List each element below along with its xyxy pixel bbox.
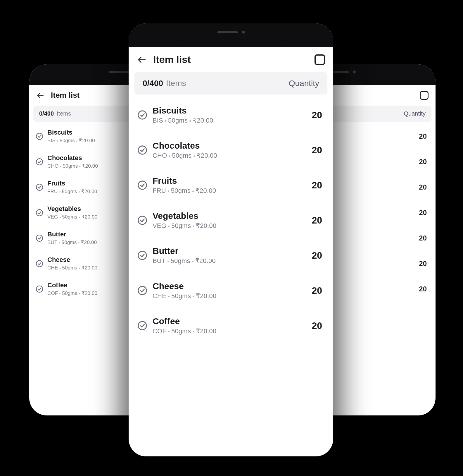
item-quantity: 20 bbox=[419, 158, 429, 166]
item-price: ₹20.00 bbox=[82, 214, 98, 220]
check-circle-icon[interactable] bbox=[36, 209, 43, 216]
item-weight: 50gms bbox=[62, 291, 77, 296]
separator-dot-icon bbox=[60, 217, 61, 218]
item-quantity: 20 bbox=[312, 285, 324, 296]
item-weight: 50gms bbox=[171, 292, 191, 300]
separator-dot-icon bbox=[79, 217, 80, 218]
quantity-header: Quantity bbox=[404, 110, 426, 117]
item-price: ₹20.00 bbox=[196, 327, 216, 335]
check-circle-icon[interactable] bbox=[137, 286, 147, 295]
item-quantity: 20 bbox=[312, 145, 324, 156]
page-title: Item list bbox=[51, 91, 80, 100]
select-all-checkbox[interactable] bbox=[315, 54, 325, 65]
list-item[interactable]: CoffeeCOF50gms₹20.0020 bbox=[134, 308, 327, 343]
status-bar bbox=[129, 23, 333, 47]
svg-point-5 bbox=[36, 235, 43, 241]
item-code: COF bbox=[47, 291, 58, 296]
separator-dot-icon bbox=[79, 166, 80, 167]
item-quantity: 20 bbox=[419, 234, 429, 242]
separator-dot-icon bbox=[165, 120, 166, 122]
item-quantity: 20 bbox=[419, 285, 429, 293]
list-item[interactable]: VegetablesVEG50gms₹20.0020 bbox=[134, 203, 327, 238]
item-code: FRU bbox=[47, 189, 58, 194]
back-button[interactable] bbox=[137, 55, 147, 65]
check-circle-icon[interactable] bbox=[137, 215, 147, 225]
separator-dot-icon bbox=[59, 293, 61, 294]
item-meta: COF50gms₹20.00 bbox=[153, 327, 306, 335]
item-weight: 50gms bbox=[62, 189, 77, 194]
item-weight: 50gms bbox=[171, 187, 191, 194]
item-meta: VEG50gms₹20.00 bbox=[153, 222, 306, 230]
list-item[interactable]: BiscuitsBIS50gms₹20.0020 bbox=[134, 97, 327, 133]
separator-dot-icon bbox=[193, 226, 194, 227]
item-price: ₹20.00 bbox=[82, 163, 98, 169]
svg-point-18 bbox=[138, 146, 146, 154]
item-price: ₹20.00 bbox=[193, 117, 213, 124]
separator-dot-icon bbox=[59, 242, 60, 243]
select-all-checkbox[interactable] bbox=[420, 91, 429, 100]
check-circle-icon[interactable] bbox=[36, 133, 43, 140]
svg-point-1 bbox=[36, 133, 43, 140]
item-price: ₹20.00 bbox=[197, 152, 217, 159]
phone-mockup-center: Item list 0/400 Items Quantity BiscuitsB… bbox=[129, 23, 333, 456]
svg-point-4 bbox=[36, 209, 43, 216]
item-name: Fruits bbox=[153, 176, 306, 186]
svg-point-3 bbox=[36, 184, 43, 190]
check-circle-icon[interactable] bbox=[137, 180, 147, 190]
check-circle-icon[interactable] bbox=[36, 260, 43, 267]
item-name: Butter bbox=[153, 246, 306, 256]
separator-dot-icon bbox=[168, 190, 169, 192]
item-quantity: 20 bbox=[312, 110, 324, 121]
check-circle-icon[interactable] bbox=[137, 145, 147, 155]
app-header: Item list bbox=[129, 47, 333, 72]
item-meta: FRU50gms₹20.00 bbox=[153, 187, 306, 195]
item-count: 0/400 bbox=[39, 110, 54, 117]
list-item[interactable]: FruitsFRU50gms₹20.0020 bbox=[134, 168, 327, 203]
item-code: CHE bbox=[47, 265, 58, 271]
svg-point-19 bbox=[138, 181, 146, 189]
items-label: Items bbox=[57, 110, 71, 117]
item-name: Vegetables bbox=[153, 211, 306, 221]
check-circle-icon[interactable] bbox=[36, 234, 43, 242]
check-circle-icon[interactable] bbox=[137, 321, 147, 331]
item-price: ₹20.00 bbox=[196, 187, 216, 194]
item-weight: 50gms bbox=[62, 265, 77, 271]
separator-dot-icon bbox=[79, 293, 80, 294]
items-label: Items bbox=[166, 79, 186, 88]
item-meta: CHO50gms₹20.00 bbox=[153, 152, 306, 159]
item-weight: 50gms bbox=[62, 240, 77, 245]
check-circle-icon[interactable] bbox=[137, 250, 147, 260]
separator-dot-icon bbox=[168, 296, 170, 297]
item-info: ChocolatesCHO50gms₹20.00 bbox=[153, 141, 306, 159]
separator-dot-icon bbox=[168, 331, 170, 332]
check-circle-icon[interactable] bbox=[36, 158, 43, 166]
item-price: ₹20.00 bbox=[196, 292, 216, 300]
svg-point-21 bbox=[138, 251, 146, 260]
item-code: BUT bbox=[47, 240, 58, 245]
item-count: 0/400 bbox=[143, 79, 163, 88]
item-quantity: 20 bbox=[312, 250, 324, 261]
item-price: ₹20.00 bbox=[82, 265, 98, 271]
check-circle-icon[interactable] bbox=[137, 110, 147, 120]
item-price: ₹20.00 bbox=[81, 240, 97, 245]
list-item[interactable]: CheeseCHE50gms₹20.0020 bbox=[134, 273, 327, 308]
item-quantity: 20 bbox=[312, 320, 324, 331]
check-circle-icon[interactable] bbox=[36, 183, 43, 191]
item-code: CHE bbox=[153, 292, 166, 300]
item-meta: BUT50gms₹20.00 bbox=[153, 257, 306, 265]
item-weight: 50gms bbox=[172, 152, 192, 159]
separator-dot-icon bbox=[189, 120, 191, 122]
separator-dot-icon bbox=[193, 331, 194, 332]
item-code: CHO bbox=[47, 163, 58, 169]
item-meta: BIS50gms₹20.00 bbox=[153, 117, 306, 124]
separator-dot-icon bbox=[76, 140, 77, 142]
check-circle-icon[interactable] bbox=[36, 285, 43, 293]
list-item[interactable]: ChocolatesCHO50gms₹20.0020 bbox=[134, 133, 327, 168]
separator-dot-icon bbox=[78, 242, 80, 243]
list-item[interactable]: ButterBUT50gms₹20.0020 bbox=[134, 238, 327, 273]
separator-dot-icon bbox=[194, 155, 195, 157]
back-button[interactable] bbox=[36, 91, 44, 99]
separator-dot-icon bbox=[79, 268, 80, 269]
item-code: VEG bbox=[47, 214, 58, 220]
item-code: BIS bbox=[153, 117, 163, 124]
